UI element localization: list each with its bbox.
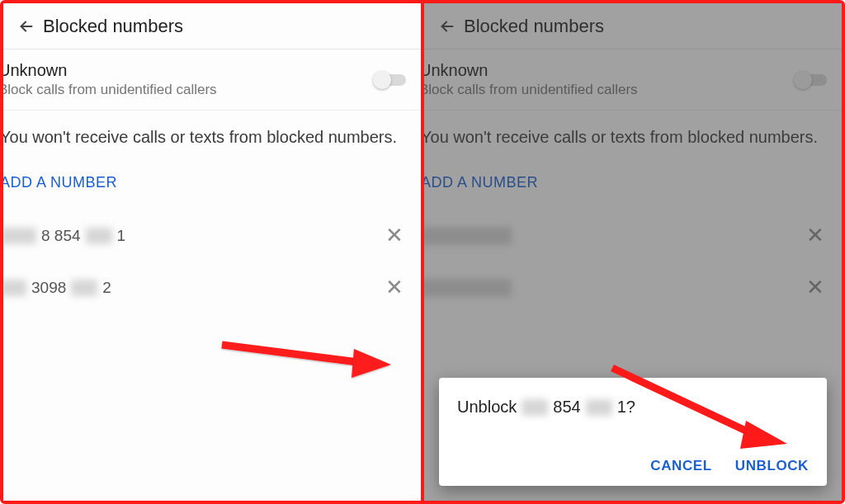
blocked-list: 8 854 1 ✕ 3098 2 ✕ — [3, 210, 421, 313]
redacted-segment — [3, 228, 36, 244]
unblock-button[interactable]: UNBLOCK — [735, 458, 809, 474]
info-text: You won't receive calls or texts from bl… — [3, 111, 421, 149]
dialog-message: Unblock 854 1? — [457, 398, 809, 417]
blocked-number-row: 3098 2 ✕ — [3, 261, 421, 313]
unknown-callers-row[interactable]: Unknown Block calls from unidentified ca… — [3, 49, 421, 111]
add-number-button[interactable]: ADD A NUMBER — [3, 174, 421, 191]
blocked-number-text: 3098 2 — [3, 279, 111, 297]
blocked-number-row: 8 854 1 ✕ — [3, 210, 421, 261]
page-title: Blocked numbers — [43, 16, 183, 37]
cancel-button[interactable]: CANCEL — [650, 458, 711, 474]
remove-number-icon[interactable]: ✕ — [381, 223, 408, 248]
redacted-segment — [3, 280, 26, 296]
redacted-segment — [86, 228, 112, 244]
redacted-segment — [586, 399, 612, 416]
back-arrow-icon[interactable] — [10, 17, 43, 35]
unknown-subtitle: Block calls from unidentified callers — [3, 82, 375, 98]
screen-with-dialog: Blocked numbers Unknown Block calls from… — [424, 3, 842, 501]
redacted-segment — [71, 280, 97, 296]
app-header: Blocked numbers — [3, 3, 421, 49]
screen-blocked-numbers: Blocked numbers Unknown Block calls from… — [3, 3, 424, 501]
svg-marker-0 — [352, 349, 391, 378]
redacted-segment — [522, 399, 548, 416]
unknown-toggle[interactable] — [375, 74, 406, 86]
blocked-number-text: 8 854 1 — [3, 227, 125, 245]
unknown-title: Unknown — [3, 61, 375, 80]
unblock-dialog: Unblock 854 1? CANCEL UNBLOCK — [439, 378, 827, 486]
remove-number-icon[interactable]: ✕ — [381, 275, 408, 300]
